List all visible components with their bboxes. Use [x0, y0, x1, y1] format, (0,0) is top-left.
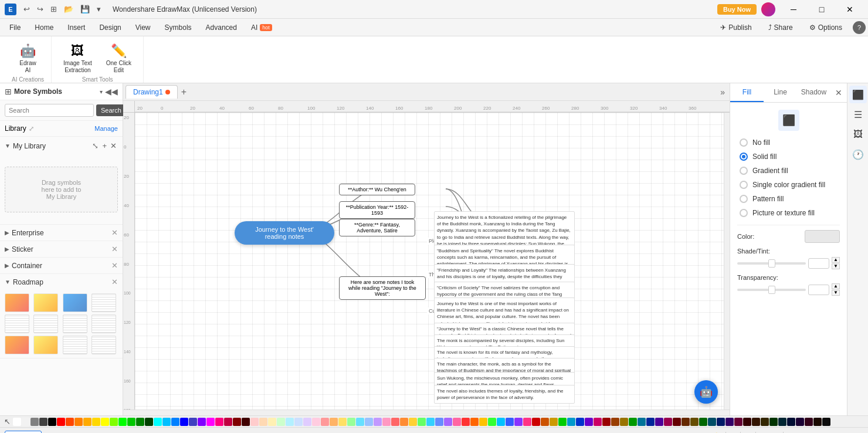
- palette-color[interactable]: [312, 418, 320, 426]
- palette-color[interactable]: [30, 418, 39, 426]
- sidebar-fill-button[interactable]: ⬛: [849, 86, 867, 103]
- palette-color[interactable]: [567, 418, 575, 426]
- sidebar-image-button[interactable]: 🖼: [849, 126, 867, 143]
- thumb-10[interactable]: [33, 336, 58, 354]
- palette-color[interactable]: [330, 418, 338, 426]
- minimize-button[interactable]: ─: [780, 0, 807, 19]
- palette-color[interactable]: [681, 418, 690, 426]
- container-section[interactable]: ▶ Container ✕: [0, 258, 123, 274]
- palette-color[interactable]: [576, 418, 584, 426]
- notes-node[interactable]: Here are some notes I took while reading…: [339, 276, 426, 300]
- add-tab-button[interactable]: +: [178, 86, 190, 99]
- image-extraction-button[interactable]: 🖼 Image TextExtraction: [59, 41, 97, 76]
- open-button[interactable]: 📂: [62, 4, 76, 15]
- page-1-tab[interactable]: Page-1 ▾: [5, 431, 42, 433]
- palette-color[interactable]: [198, 418, 206, 426]
- palette-color[interactable]: [92, 418, 100, 426]
- ai-chatbot-bubble[interactable]: 🤖: [694, 380, 718, 404]
- palette-color[interactable]: [453, 418, 461, 426]
- palette-color[interactable]: [382, 418, 391, 426]
- central-node[interactable]: Journey to the West' reading notes: [235, 221, 334, 245]
- zoom-out-button[interactable]: −: [803, 431, 811, 434]
- palette-color[interactable]: [470, 418, 479, 426]
- palette-color[interactable]: [822, 418, 830, 426]
- thumb-8[interactable]: [91, 314, 116, 333]
- palette-color[interactable]: [286, 418, 294, 426]
- palette-color[interactable]: [769, 418, 778, 426]
- my-library-header[interactable]: ▼ My Library ⤡ + ✕: [0, 137, 123, 155]
- shade-pct-input[interactable]: 0 %: [808, 258, 829, 269]
- my-library-export-button[interactable]: ⤡: [91, 140, 100, 151]
- palette-color[interactable]: [506, 418, 514, 426]
- genre-node[interactable]: **Genre:** Fantasy, Adventure, Satire: [339, 219, 415, 236]
- palette-color[interactable]: [444, 418, 452, 426]
- palette-color[interactable]: [611, 418, 619, 426]
- thumb-1[interactable]: [5, 293, 29, 312]
- color-picker[interactable]: [805, 230, 840, 243]
- palette-color[interactable]: [708, 418, 716, 426]
- palette-color[interactable]: [162, 418, 171, 426]
- my-library-add-button[interactable]: +: [101, 140, 108, 151]
- palette-color[interactable]: [620, 418, 628, 426]
- palette-color[interactable]: [400, 418, 408, 426]
- palette-color[interactable]: [787, 418, 795, 426]
- menu-advanced[interactable]: Advanced: [199, 21, 244, 34]
- palette-color[interactable]: [136, 418, 144, 426]
- palette-color[interactable]: [277, 418, 285, 426]
- shadow-tab[interactable]: Shadow: [797, 83, 830, 102]
- palette-color[interactable]: [761, 418, 769, 426]
- palette-color[interactable]: [673, 418, 681, 426]
- palette-color[interactable]: [83, 418, 91, 426]
- palette-color[interactable]: [189, 418, 197, 426]
- palette-color[interactable]: [664, 418, 672, 426]
- palette-color[interactable]: [233, 418, 241, 426]
- palette-color[interactable]: [813, 418, 822, 426]
- horizontal-scrollbar[interactable]: [123, 410, 730, 415]
- sidebar-history-button[interactable]: 🕐: [849, 146, 867, 163]
- palette-color[interactable]: [101, 418, 109, 426]
- palette-color[interactable]: [338, 418, 347, 426]
- palette-color[interactable]: [154, 418, 162, 426]
- sticker-close-button[interactable]: ✕: [111, 245, 118, 253]
- palette-color[interactable]: [48, 418, 56, 426]
- help-button[interactable]: ?: [853, 21, 866, 34]
- palette-color[interactable]: [462, 418, 470, 426]
- roadmap-close-button[interactable]: ✕: [111, 278, 118, 286]
- palette-color[interactable]: [356, 418, 364, 426]
- palette-color[interactable]: [66, 418, 74, 426]
- no-fill-option[interactable]: No fill: [737, 136, 840, 150]
- right-panel-close-button[interactable]: ✕: [830, 86, 847, 100]
- share-button[interactable]: ⤴ Share: [762, 21, 799, 34]
- one-click-edit-button[interactable]: ✏️ One ClickEdit: [101, 41, 136, 76]
- palette-color[interactable]: [118, 418, 127, 426]
- author-node[interactable]: **Author:** Wu Cheng'en: [339, 184, 415, 195]
- palette-color[interactable]: [303, 418, 311, 426]
- thumb-11[interactable]: [63, 336, 87, 354]
- palette-color[interactable]: [13, 418, 21, 426]
- palette-color[interactable]: [585, 418, 593, 426]
- thumb-5[interactable]: [5, 314, 29, 333]
- drawing1-tab[interactable]: Drawing1: [126, 85, 178, 99]
- palette-color[interactable]: [602, 418, 611, 426]
- palette-color[interactable]: [743, 418, 751, 426]
- menu-insert[interactable]: Insert: [60, 21, 92, 34]
- container-close-button[interactable]: ✕: [111, 261, 118, 270]
- transparency-slider[interactable]: [737, 289, 806, 291]
- palette-color[interactable]: [646, 418, 655, 426]
- thumb-9[interactable]: [5, 336, 29, 354]
- palette-color[interactable]: [734, 418, 742, 426]
- transparency-down-button[interactable]: ▼: [832, 290, 840, 296]
- fit-page-button[interactable]: ⊡: [842, 431, 852, 434]
- palette-color[interactable]: [171, 418, 179, 426]
- publish-button[interactable]: ✈ Publish: [714, 21, 757, 34]
- palette-color[interactable]: [479, 418, 487, 426]
- palette-color[interactable]: [778, 418, 786, 426]
- thumb-12[interactable]: [91, 336, 116, 354]
- palette-color[interactable]: [74, 418, 83, 426]
- text-block-themes[interactable]: The novel also includes themes of loyalt…: [434, 385, 575, 404]
- drawing-canvas[interactable]: Journey to the West' reading notes **Aut…: [135, 113, 724, 410]
- search-input[interactable]: [5, 104, 94, 117]
- pattern-fill-option[interactable]: Pattern fill: [737, 192, 840, 206]
- transparency-pct-input[interactable]: 0 %: [808, 285, 829, 295]
- palette-color[interactable]: [250, 418, 259, 426]
